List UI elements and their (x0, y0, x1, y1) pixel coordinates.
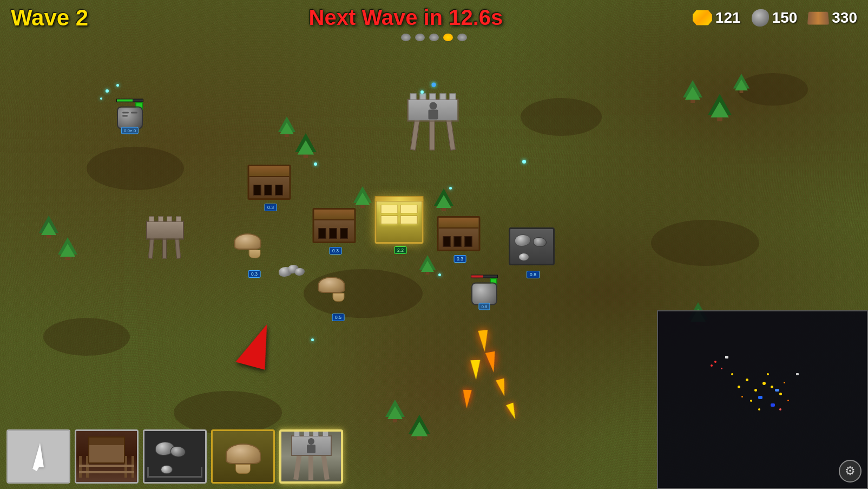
mm-dot-friendly (771, 403, 775, 407)
building-main-base[interactable]: 2.2 (375, 198, 426, 246)
tree (352, 186, 373, 210)
building-label: 0.8 (527, 271, 540, 278)
gold-count: 121 (715, 9, 741, 27)
building-label: 0.3 (264, 204, 277, 211)
wood-resource: 330 (808, 9, 857, 27)
mm-dot-structure (796, 373, 799, 375)
ground-patch (43, 318, 130, 356)
enemy-level: 0.8 (478, 303, 490, 310)
particle (449, 187, 452, 190)
mm-dot-building (779, 393, 782, 395)
enemy-level: 0.0e 0 (121, 127, 139, 134)
hud-top: Wave 2 Next Wave in 12.6s 121 150 330 (0, 0, 868, 35)
building-label: 0.5 (332, 314, 345, 321)
toolbar-btn-tower[interactable] (279, 429, 343, 484)
building-label: 0.3 (329, 247, 342, 255)
toolbar-btn-quarry[interactable] (143, 429, 207, 484)
toolbar-btn-camp[interactable] (211, 429, 275, 484)
tree (682, 80, 703, 104)
gold-icon (693, 10, 712, 25)
game-canvas: 0.0e 0 0.8 (0, 0, 868, 489)
wave-label: Wave 2 (11, 5, 119, 31)
particle (522, 160, 526, 164)
particle (100, 97, 102, 100)
stone-icon (752, 9, 769, 27)
gear-icon: ⚙ (845, 464, 856, 478)
mm-dot-building (731, 373, 733, 375)
mm-dot-resource (741, 396, 743, 397)
mm-dot-building (758, 408, 760, 410)
mm-dot-resource (784, 382, 785, 383)
gold-resource: 121 (693, 9, 741, 27)
building-mine-3[interactable]: 0.3 (437, 216, 483, 255)
resources-panel: 121 150 330 (693, 9, 857, 27)
mm-dot-player (758, 396, 762, 399)
mm-dot-enemy (714, 361, 716, 363)
projectile (432, 83, 436, 87)
player-unit (241, 322, 271, 367)
mm-dot-tower (767, 373, 769, 375)
ground-patch (651, 220, 759, 266)
particle (438, 273, 441, 276)
mm-dot-enemy (721, 368, 722, 369)
particle (420, 90, 424, 94)
fire-projectile (470, 360, 481, 380)
building-quarry[interactable]: 0.8 (509, 227, 557, 271)
mm-dot-enemy (711, 364, 713, 367)
stone-pile (276, 263, 308, 284)
particle (314, 162, 317, 166)
settings-button[interactable]: ⚙ (839, 460, 862, 483)
tree (731, 72, 752, 96)
tree (709, 96, 731, 120)
building-camp-1[interactable]: 0.3 (234, 233, 275, 270)
particle (116, 84, 119, 87)
fire-projectile (462, 390, 471, 409)
wood-count: 330 (832, 9, 857, 27)
mm-dot-building (750, 400, 752, 402)
tree (417, 253, 438, 277)
building-label: 0.3 (248, 270, 261, 278)
mm-dot-enemy (779, 408, 781, 410)
wood-icon (807, 11, 829, 24)
next-wave-timer: Next Wave in 12.6s (119, 5, 693, 30)
building-label: 2.2 (394, 246, 407, 254)
enemy-unit: 0.0e 0 (114, 99, 146, 134)
stone-count: 150 (772, 9, 798, 27)
building-label: 0.3 (453, 255, 466, 263)
mm-dot-building (762, 382, 766, 385)
building-tower-nw[interactable] (146, 218, 184, 259)
building-camp-2[interactable]: 0.5 (318, 277, 359, 314)
particle (106, 89, 109, 93)
building-mine-1[interactable]: 0.3 (248, 165, 294, 204)
fire-projectile (478, 330, 489, 352)
tree (295, 134, 317, 158)
ground-patch (521, 98, 602, 136)
minimap-inner (658, 311, 867, 488)
mm-dot-building (746, 379, 748, 381)
mm-dot-friendly (775, 389, 779, 392)
mm-dot-resource (787, 400, 789, 401)
tree (38, 216, 60, 239)
enemy-unit: 0.8 (468, 275, 501, 310)
tree (433, 188, 455, 212)
building-watchtower-north[interactable] (410, 99, 456, 151)
particle (311, 338, 314, 341)
mm-dot-building (754, 389, 757, 392)
toolbar-btn-cursor[interactable] (6, 429, 70, 484)
ground-patch (87, 147, 184, 190)
building-mine-2[interactable]: 0.3 (313, 208, 359, 247)
tree (384, 400, 406, 423)
stone-resource: 150 (752, 9, 798, 27)
tree (57, 237, 78, 261)
minimap (657, 310, 868, 489)
mm-dot-structure (725, 356, 728, 358)
toolbar-btn-mine[interactable] (75, 429, 139, 484)
mm-dot-building (771, 386, 773, 388)
mm-dot-building (738, 386, 740, 388)
